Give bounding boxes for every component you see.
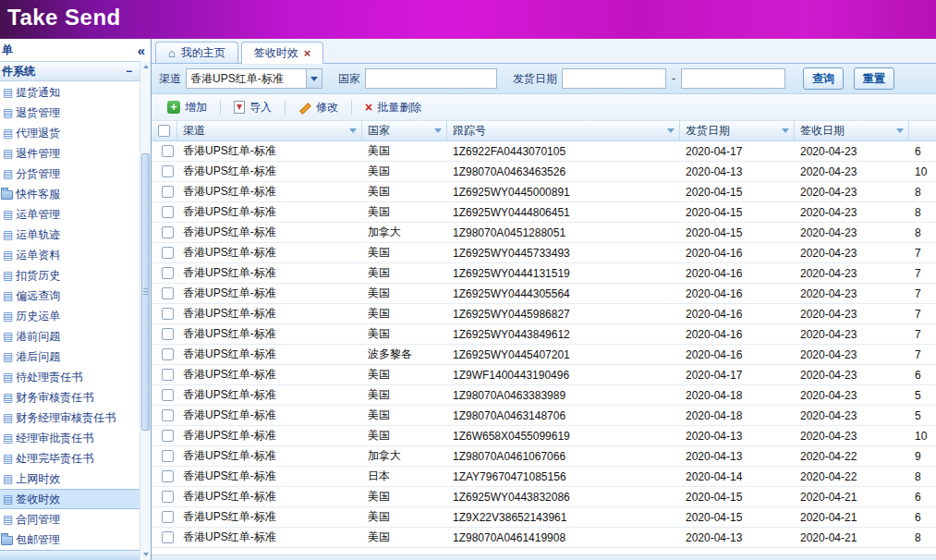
- row-checkbox[interactable]: [162, 165, 174, 177]
- sidebar-item[interactable]: ▤代理退货: [0, 123, 140, 143]
- table-row[interactable]: 香港UPS红单-标准美国1Z9X22V386521439612020-04-15…: [152, 507, 936, 528]
- table-row[interactable]: 香港UPS红单-标准美国1Z6925WY04459868272020-04-16…: [152, 304, 936, 324]
- sidebar-item[interactable]: ▤扣货历史: [0, 265, 140, 286]
- sidebar-item[interactable]: ▤处理完毕责任书: [0, 448, 140, 469]
- edit-button[interactable]: 修改: [294, 98, 343, 117]
- filter-arrow-icon[interactable]: [896, 128, 904, 133]
- table-row[interactable]: 香港UPS红单-标准美国1Z98070A04614199082020-04-13…: [152, 528, 936, 548]
- channel-label: 渠道: [159, 71, 181, 87]
- row-checkbox[interactable]: [162, 206, 174, 218]
- sidebar-bottom-section[interactable]: [0, 550, 140, 560]
- table-row[interactable]: 香港UPS红单-标准加拿大1Z98070A04610670662020-04-1…: [152, 446, 936, 467]
- sidebar-item[interactable]: ▤合同管理: [0, 509, 140, 530]
- table-row[interactable]: 香港UPS红单-标准美国1Z6925WY04443055642020-04-16…: [152, 284, 936, 304]
- row-checkbox[interactable]: [162, 145, 174, 157]
- row-checkbox[interactable]: [162, 409, 174, 421]
- sidebar-item[interactable]: ▤运单轨迹: [0, 225, 140, 245]
- close-tab-icon[interactable]: ×: [304, 48, 311, 59]
- table-row[interactable]: 香港UPS红单-标准美国1Z98070A04634635262020-04-13…: [152, 162, 936, 182]
- row-checkbox[interactable]: [162, 226, 174, 238]
- row-checkbox[interactable]: [162, 267, 174, 279]
- row-checkbox[interactable]: [162, 328, 174, 340]
- scrollbar-thumb[interactable]: [141, 153, 150, 431]
- filter-arrow-icon[interactable]: [667, 128, 675, 133]
- sidebar-item[interactable]: ▤运单资料: [0, 245, 140, 265]
- batch-delete-button[interactable]: ×批量删除: [360, 98, 426, 117]
- row-checkbox[interactable]: [162, 348, 174, 360]
- row-checkbox[interactable]: [162, 491, 174, 503]
- sidebar-item[interactable]: ▤港后问题: [0, 347, 140, 367]
- import-button[interactable]: 导入: [229, 98, 276, 117]
- row-checkbox[interactable]: [162, 369, 174, 381]
- tab-home[interactable]: ⌂ 我的主页: [155, 42, 238, 63]
- table-cell: 1Z6925WY0443849612: [447, 324, 680, 344]
- sidebar-section-header[interactable]: 件系统 −: [0, 61, 140, 81]
- sidebar-item[interactable]: ▤港前问题: [0, 326, 140, 347]
- chevron-down-icon[interactable]: [306, 69, 322, 88]
- column-header[interactable]: 国家: [362, 121, 447, 140]
- filter-arrow-icon[interactable]: [782, 128, 789, 133]
- table-row[interactable]: 香港UPS红单-标准美国1Z98070A04633839892020-04-18…: [152, 385, 936, 406]
- table-row[interactable]: 香港UPS红单-标准加拿大1Z98070A04512880512020-04-1…: [152, 223, 936, 243]
- sidebar-item[interactable]: ▤签收时效: [0, 489, 140, 509]
- collapse-sidebar-icon[interactable]: «: [138, 43, 145, 58]
- table-row[interactable]: 香港UPS红单-标准美国1Z9WF14004431904962020-04-17…: [152, 365, 936, 385]
- column-header[interactable]: 跟踪号: [447, 121, 680, 140]
- row-checkbox[interactable]: [162, 430, 174, 442]
- sidebar-item[interactable]: ▤偏远查询: [0, 286, 140, 306]
- sidebar-item[interactable]: ▤上网时效: [0, 469, 140, 489]
- date-from-input[interactable]: [562, 68, 666, 89]
- table-row[interactable]: 香港UPS红单-标准波多黎各1Z6925WY04454072012020-04-…: [152, 345, 936, 365]
- row-checkbox[interactable]: [162, 470, 174, 482]
- sidebar-item[interactable]: ▤退件管理: [0, 143, 140, 164]
- sidebar-item[interactable]: ▤运单管理: [0, 204, 140, 225]
- sidebar-item[interactable]: ▤经理审批责任书: [0, 428, 140, 448]
- select-all-checkbox[interactable]: [158, 125, 170, 137]
- sidebar-item[interactable]: ▤提货通知: [0, 82, 140, 103]
- table-row[interactable]: 香港UPS红单-标准美国1Z6925WY04448064512020-04-15…: [152, 202, 936, 223]
- row-checkbox[interactable]: [162, 186, 174, 198]
- column-header[interactable]: 渠道: [177, 121, 362, 140]
- sidebar-item[interactable]: ▤财务经理审核责任书: [0, 408, 140, 428]
- table-row[interactable]: 香港UPS红单-标准美国1Z6925WY04450008912020-04-15…: [152, 182, 936, 202]
- add-button[interactable]: +增加: [163, 98, 212, 117]
- row-checkbox[interactable]: [162, 287, 174, 299]
- table-row[interactable]: 香港UPS红单-标准美国1Z6925WY04441315192020-04-16…: [152, 263, 936, 284]
- sidebar-item[interactable]: ▤历史运单: [0, 306, 140, 326]
- column-header[interactable]: 发货日期: [680, 121, 795, 140]
- country-label: 国家: [338, 71, 360, 87]
- table-row[interactable]: 香港UPS红单-标准美国1Z6W658X04550996192020-04-13…: [152, 426, 936, 446]
- table-row[interactable]: 香港UPS红单-标准美国1Z6925WY04438320862020-04-15…: [152, 487, 936, 507]
- scroll-down-icon[interactable]: [140, 549, 151, 560]
- row-checkbox[interactable]: [162, 511, 174, 523]
- table-row[interactable]: 香港UPS红单-标准美国1Z98070A04631487062020-04-18…: [152, 406, 936, 426]
- sidebar-item[interactable]: ▤分货管理: [0, 164, 140, 184]
- sidebar-item[interactable]: ▤待处理责任书: [0, 367, 140, 387]
- channel-select[interactable]: 香港UPS红单-标准: [186, 68, 322, 89]
- collapse-section-icon[interactable]: −: [126, 65, 132, 78]
- row-checkbox[interactable]: [162, 389, 174, 401]
- table-row[interactable]: 香港UPS红单-标准日本1ZAY796704710851562020-04-14…: [152, 467, 936, 487]
- sidebar-item[interactable]: ▤财务审核责任书: [0, 387, 140, 408]
- scroll-up-icon[interactable]: [140, 61, 151, 72]
- row-checkbox[interactable]: [162, 247, 174, 259]
- sidebar-item[interactable]: ▤退货管理: [0, 103, 140, 123]
- filter-arrow-icon[interactable]: [434, 128, 442, 133]
- column-header[interactable]: 签收日期: [795, 121, 909, 140]
- table-row[interactable]: 香港UPS红单-标准美国1Z6925WY04457334932020-04-16…: [152, 243, 936, 263]
- column-header[interactable]: [909, 121, 936, 140]
- search-button[interactable]: 查询: [803, 67, 844, 90]
- table-row[interactable]: 香港UPS红单-标准美国1Z6925WY04438496122020-04-16…: [152, 324, 936, 345]
- sidebar-scrollbar[interactable]: [140, 61, 151, 560]
- row-checkbox[interactable]: [162, 450, 174, 462]
- reset-button[interactable]: 重置: [854, 67, 894, 90]
- date-to-input[interactable]: [681, 68, 785, 89]
- tab-sign-timeliness[interactable]: 签收时效 ×: [241, 42, 324, 64]
- table-row[interactable]: 香港UPS红单-标准美国1Z6922FA04430701052020-04-17…: [152, 141, 936, 162]
- sidebar-item[interactable]: 快件客服: [0, 184, 140, 204]
- filter-arrow-icon[interactable]: [349, 128, 357, 133]
- sidebar-item[interactable]: 包邮管理: [0, 530, 140, 550]
- country-input[interactable]: [365, 68, 497, 89]
- row-checkbox[interactable]: [162, 308, 174, 320]
- row-checkbox[interactable]: [162, 531, 174, 543]
